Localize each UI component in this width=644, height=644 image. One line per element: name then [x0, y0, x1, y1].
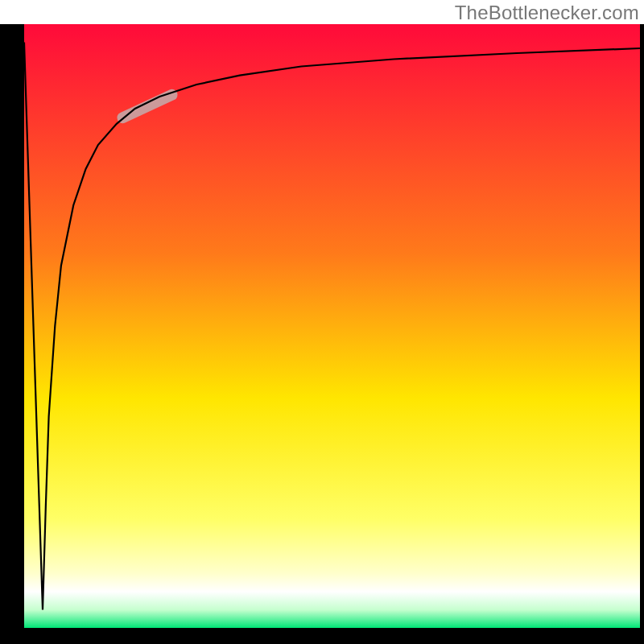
chart-frame: TheBottlenecker.com [0, 0, 644, 644]
watermark-text: TheBottlenecker.com [455, 2, 639, 24]
chart-plot-area [24, 24, 640, 628]
bottleneck-chart [0, 0, 644, 644]
